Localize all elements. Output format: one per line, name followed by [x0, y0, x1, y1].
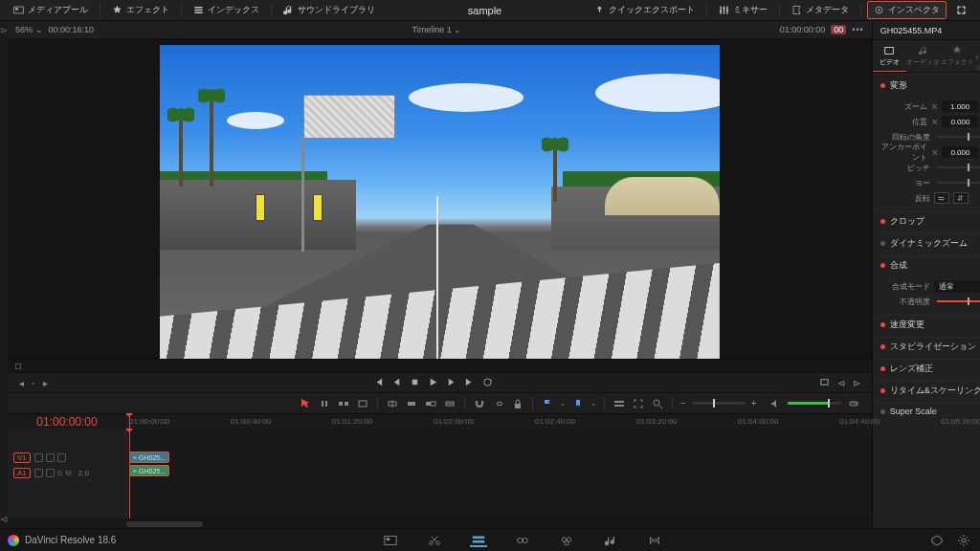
zoom-out-button[interactable]: −: [680, 398, 686, 408]
timeline-view-options[interactable]: [612, 397, 626, 410]
track-label-a1[interactable]: A1: [13, 468, 31, 478]
loop-button[interactable]: [482, 377, 493, 389]
audio-track-header[interactable]: A1 SM2.0: [8, 466, 126, 479]
zoom-x-field[interactable]: [942, 100, 978, 112]
viewer-options-menu[interactable]: •••: [852, 25, 863, 34]
pitch-slider[interactable]: [937, 166, 980, 168]
effects-toggle[interactable]: エフェクト: [106, 2, 175, 18]
viewer-canvas[interactable]: [8, 39, 872, 359]
play-button[interactable]: [428, 377, 438, 389]
page-cut[interactable]: [426, 534, 443, 547]
viewer-zoom-dropdown[interactable]: 56% ⌄: [15, 25, 43, 34]
out-point-icon[interactable]: ⊲: [0, 514, 8, 524]
prev-edit-icon[interactable]: ⊲: [837, 378, 845, 388]
inspector-tab-effect[interactable]: エフェクト: [941, 40, 975, 72]
page-media[interactable]: [382, 534, 399, 547]
track-label-v1[interactable]: V1: [13, 452, 31, 463]
lock-track-icon[interactable]: [34, 469, 43, 477]
flip-h-button[interactable]: ⇋: [934, 192, 949, 204]
marker-dot-icon[interactable]: ◦: [32, 378, 35, 388]
inspector-tab-transition[interactable]: トランジション: [974, 40, 980, 72]
first-frame-button[interactable]: [373, 377, 384, 389]
replace-clip-button[interactable]: [424, 397, 437, 410]
section-composite[interactable]: 合成+: [879, 255, 980, 275]
next-marker-button[interactable]: ▸: [43, 378, 48, 388]
opacity-slider[interactable]: [937, 300, 980, 302]
section-speed[interactable]: 速度変更›: [879, 315, 980, 334]
section-dynamic-zoom[interactable]: ダイナミックズーム›: [879, 233, 980, 253]
video-clip[interactable]: GH025...: [129, 452, 169, 463]
section-retime[interactable]: リタイム&スケーリング›: [879, 381, 980, 400]
flag-chevron-icon[interactable]: ⌄: [560, 400, 566, 408]
timeline-tc-display[interactable]: 01:00:00:00: [8, 414, 126, 430]
section-lens[interactable]: レンズ補正›: [879, 359, 980, 378]
pos-x-field[interactable]: [942, 116, 978, 127]
expand-button[interactable]: [950, 3, 972, 17]
marker-dropdown[interactable]: [571, 397, 585, 410]
match-frame-button[interactable]: [819, 377, 830, 389]
index-toggle[interactable]: インデックス: [188, 2, 265, 18]
timeline-track-area[interactable]: GH025... GH025...: [126, 430, 872, 518]
page-fusion[interactable]: [514, 534, 531, 547]
video-track-header[interactable]: V1: [8, 451, 126, 464]
mixer-toggle[interactable]: ミキサー: [713, 2, 773, 18]
zoom-detail-button[interactable]: [651, 397, 664, 410]
fit-to-fill-button[interactable]: [443, 397, 457, 410]
audio-clip[interactable]: GH025...: [129, 465, 169, 476]
timeline-ruler[interactable]: 01:00:00:00 01:00:40:00 01:01:20:00 01:0…: [126, 414, 872, 430]
page-color[interactable]: [558, 534, 575, 547]
sound-library-toggle[interactable]: サウンドライブラリ: [278, 2, 381, 18]
anchor-x-field[interactable]: [942, 146, 978, 158]
page-deliver[interactable]: [646, 534, 663, 547]
last-frame-button[interactable]: [464, 377, 475, 389]
link-toggle[interactable]: [492, 397, 505, 410]
media-pool-toggle[interactable]: メディアプール: [8, 2, 94, 18]
prev-marker-button[interactable]: ◂: [19, 378, 24, 388]
page-edit[interactable]: [470, 534, 487, 547]
section-crop[interactable]: クロップ›: [879, 211, 980, 231]
stop-button[interactable]: [410, 377, 420, 389]
dim-button[interactable]: DIM: [847, 397, 860, 410]
inspector-tab-video[interactable]: ビデオ: [873, 40, 907, 72]
project-manager-button[interactable]: [928, 534, 946, 547]
zoom-in-button[interactable]: +: [751, 398, 757, 408]
next-edit-icon[interactable]: ⊳: [853, 378, 860, 388]
position-lock-toggle[interactable]: [511, 397, 524, 410]
auto-select-icon[interactable]: [46, 469, 55, 477]
overwrite-clip-button[interactable]: [405, 397, 418, 410]
dynamic-trim-tool[interactable]: [337, 397, 350, 410]
inspector-tab-audio[interactable]: オーディオ: [906, 40, 941, 72]
flag-dropdown[interactable]: [541, 397, 554, 410]
solo-button[interactable]: S: [57, 469, 62, 477]
snap-toggle[interactable]: [473, 397, 486, 410]
trim-tool[interactable]: [318, 397, 331, 410]
timeline-scrollbar[interactable]: [126, 518, 872, 528]
mute-button[interactable]: [768, 397, 782, 410]
marker-chevron-icon[interactable]: ⌄: [590, 400, 596, 408]
insert-clip-button[interactable]: [386, 397, 399, 410]
rotation-slider[interactable]: [937, 136, 980, 138]
composite-mode-select[interactable]: 通常⌄: [934, 280, 980, 293]
resolve-logo-icon[interactable]: [8, 535, 19, 546]
mute-track-button[interactable]: M: [65, 469, 72, 477]
project-settings-button[interactable]: [955, 534, 972, 547]
section-transform[interactable]: 変形⌄: [879, 77, 980, 95]
section-stabilize[interactable]: スタビライゼーション›: [879, 337, 980, 356]
auto-select-icon[interactable]: [46, 453, 55, 462]
monitor-volume-slider[interactable]: [788, 402, 841, 405]
quick-export-button[interactable]: クイックエクスポート: [589, 2, 701, 18]
blade-tool[interactable]: [356, 397, 369, 410]
inspector-toggle[interactable]: インスペクタ: [867, 1, 947, 19]
page-fairlight[interactable]: [602, 534, 619, 547]
selection-tool[interactable]: [299, 397, 312, 410]
step-back-button[interactable]: [391, 377, 402, 389]
step-forward-button[interactable]: [446, 377, 457, 389]
zoom-full-button[interactable]: [632, 397, 645, 410]
timeline-name-dropdown[interactable]: Timeline 1 ⌄: [412, 25, 462, 34]
flip-v-button[interactable]: ⇵: [953, 192, 969, 204]
yaw-slider[interactable]: [937, 182, 980, 184]
viewer-mini-timeline[interactable]: [8, 359, 872, 372]
timeline-zoom-slider[interactable]: [692, 402, 746, 405]
in-point-icon[interactable]: ⊳: [0, 25, 8, 35]
disable-track-icon[interactable]: [57, 453, 66, 462]
